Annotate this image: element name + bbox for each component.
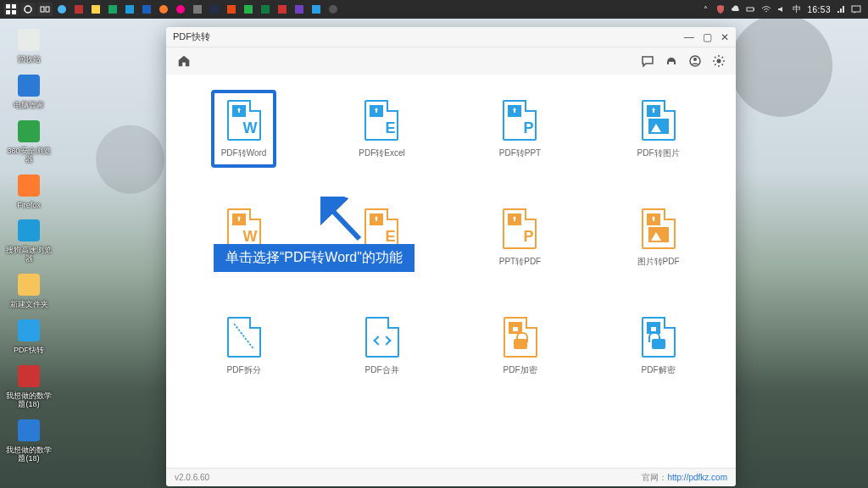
desktop-icons: 回收站电脑管家360安全浏览器Firefox搜狗高速浏览器新建文件夹PDF快转我… xyxy=(5,25,53,463)
feature-ppt-to-pdf[interactable]: PPPT转PDF xyxy=(489,198,551,276)
tray-cloud-icon[interactable] xyxy=(731,4,741,14)
svg-rect-34 xyxy=(18,219,40,241)
desktop-icon-recycle-bin[interactable]: 回收站 xyxy=(5,25,53,64)
desktop-icon-app-sogou[interactable]: 搜狗高速浏览器 xyxy=(5,216,53,263)
tray-volume-icon[interactable] xyxy=(776,4,787,14)
feature-label: PDF合并 xyxy=(365,364,399,376)
tray-action-center-icon[interactable] xyxy=(851,4,861,14)
feature-image-to-pdf[interactable]: 图片转PDF xyxy=(627,198,690,276)
desktop-icon-label: 我想做的数学题(18) xyxy=(6,446,52,463)
svg-rect-6 xyxy=(46,7,49,12)
headset-icon[interactable] xyxy=(665,54,678,68)
tray-wifi-icon[interactable] xyxy=(761,4,771,14)
svg-point-14 xyxy=(176,5,185,14)
svg-point-7 xyxy=(58,5,66,14)
feature-pdf-encrypt[interactable]: PDF加密 xyxy=(491,307,550,385)
site-link[interactable]: http://pdfkz.com xyxy=(667,473,727,482)
taskbar-app-10[interactable] xyxy=(207,3,222,16)
feature-pdf-to-word[interactable]: WPDF转Word xyxy=(211,90,277,168)
taskbar-app-14[interactable] xyxy=(275,3,290,16)
pdf-to-image-icon xyxy=(639,98,678,142)
svg-rect-0 xyxy=(6,4,10,8)
maximize-button[interactable]: ▢ xyxy=(703,32,712,42)
feature-label: PDF转Word xyxy=(221,147,267,159)
svg-rect-12 xyxy=(142,5,151,14)
taskbar-app-17[interactable] xyxy=(326,3,341,16)
cortana-button[interactable] xyxy=(20,3,36,16)
svg-rect-32 xyxy=(18,120,40,142)
feature-label: PDF转图片 xyxy=(637,147,680,159)
svg-rect-11 xyxy=(125,5,134,14)
svg-rect-25 xyxy=(754,8,754,10)
svg-rect-31 xyxy=(18,75,40,97)
taskbar-app-6[interactable] xyxy=(139,3,154,16)
pdf-split-icon xyxy=(225,315,264,359)
svg-rect-36 xyxy=(18,319,40,341)
svg-rect-16 xyxy=(210,5,219,14)
pdf-decrypt-icon xyxy=(639,315,678,359)
close-button[interactable]: ✕ xyxy=(721,32,729,42)
tray-expand-icon[interactable]: ˄ xyxy=(700,4,710,14)
feature-pdf-to-ppt[interactable]: PPDF转PPT xyxy=(489,90,551,168)
svg-rect-8 xyxy=(75,5,83,14)
taskview-button[interactable] xyxy=(37,3,53,16)
desktop-icon-doc-math1[interactable]: 我想做的数学题(18) xyxy=(5,362,53,409)
feature-pdf-to-image[interactable]: PDF转图片 xyxy=(627,90,690,168)
statusbar: v2.0.6.60 官网：http://pdfkz.com xyxy=(166,468,736,486)
taskbar-app-13[interactable] xyxy=(258,3,273,16)
start-button[interactable] xyxy=(3,3,19,16)
svg-rect-24 xyxy=(747,8,754,11)
svg-point-40 xyxy=(693,58,697,61)
svg-rect-27 xyxy=(840,8,842,13)
taskbar-app-1[interactable] xyxy=(54,3,70,16)
app-sogou-icon xyxy=(14,216,43,245)
minimize-button[interactable]: — xyxy=(684,32,694,42)
recycle-bin-icon xyxy=(14,25,43,54)
version-label: v2.0.6.60 xyxy=(175,473,209,482)
toolbar xyxy=(166,47,736,75)
titlebar: PDF快转 — ▢ ✕ xyxy=(166,27,736,47)
account-icon[interactable] xyxy=(688,54,702,68)
desktop: ˄ 中 16:53 回收站电脑管家360安全浏览器Firefox搜狗高速浏览器新… xyxy=(0,0,868,488)
site-link-wrap: 官网：http://pdfkz.com xyxy=(642,472,727,484)
tray-shield-icon[interactable] xyxy=(715,4,726,14)
taskbar-app-4[interactable] xyxy=(105,3,120,16)
app-firefox-icon xyxy=(14,171,43,200)
taskbar-clock[interactable]: 16:53 xyxy=(807,5,831,14)
taskbar-app-2[interactable] xyxy=(71,3,86,16)
svg-rect-38 xyxy=(18,419,40,441)
svg-rect-35 xyxy=(18,274,40,296)
home-button[interactable] xyxy=(176,53,192,69)
tray-network-icon[interactable] xyxy=(836,4,846,14)
feature-pdf-split[interactable]: PDF拆分 xyxy=(214,307,274,385)
feature-label: PDF转PPT xyxy=(499,147,541,159)
feature-pdf-to-excel[interactable]: EPDF转Excel xyxy=(348,90,415,168)
desktop-icon-app-pdfkz[interactable]: PDF快转 xyxy=(5,316,53,355)
taskbar-app-5[interactable] xyxy=(122,3,137,16)
taskbar-app-9[interactable] xyxy=(190,3,205,16)
desktop-icon-doc-math2[interactable]: 我想做的数学题(18) xyxy=(5,416,53,463)
svg-rect-33 xyxy=(18,175,40,197)
desktop-icon-folder-new[interactable]: 新建文件夹 xyxy=(5,270,53,309)
pdf-to-ppt-icon: P xyxy=(500,98,539,142)
feature-pdf-merge[interactable]: PDF合并 xyxy=(353,307,412,385)
feature-pdf-decrypt[interactable]: PDF解密 xyxy=(629,307,688,385)
desktop-icon-app-360se[interactable]: 360安全浏览器 xyxy=(5,117,53,164)
svg-rect-9 xyxy=(92,5,100,14)
desktop-icon-label: PDF快转 xyxy=(14,347,44,355)
taskbar-app-3[interactable] xyxy=(88,3,103,16)
desktop-icon-app-firefox[interactable]: Firefox xyxy=(5,171,53,210)
chat-icon[interactable] xyxy=(641,54,654,68)
desktop-icon-app-360chrome[interactable]: 电脑管家 xyxy=(5,71,53,110)
taskbar-app-7[interactable] xyxy=(156,3,171,16)
taskbar-app-15[interactable] xyxy=(292,3,307,16)
desktop-icon-label: 360安全浏览器 xyxy=(6,147,52,164)
taskbar-app-16[interactable] xyxy=(309,3,324,16)
settings-icon[interactable] xyxy=(712,54,726,68)
taskbar-app-12[interactable] xyxy=(241,3,256,16)
tray-battery-icon[interactable] xyxy=(746,4,756,14)
taskbar-app-8[interactable] xyxy=(173,3,188,16)
taskbar-app-11[interactable] xyxy=(224,3,239,16)
tray-ime-indicator[interactable]: 中 xyxy=(792,4,802,14)
desktop-icon-label: 我想做的数学题(18) xyxy=(6,392,52,409)
